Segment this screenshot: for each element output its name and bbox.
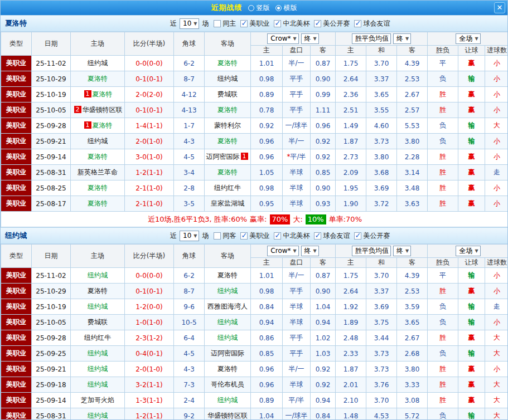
filter-checkbox-美公开赛[interactable]: 美公开赛 <box>354 231 390 241</box>
handicap-line: 半球 <box>283 377 311 393</box>
bookmaker-select[interactable]: Crow*▼ <box>267 246 298 256</box>
away-team-name[interactable]: 蒙特利尔 <box>214 121 241 129</box>
away-team-name[interactable]: 纽约红牛 <box>214 184 241 192</box>
close-button[interactable]: ✕ <box>494 2 505 13</box>
avg-away: 3.14 <box>397 165 428 180</box>
away-team-cell: 纽约城 <box>205 284 251 299</box>
checkbox-checked-icon[interactable] <box>240 232 248 240</box>
away-team-name[interactable]: 费城联 <box>217 90 238 98</box>
home-team-name[interactable]: 纽约城 <box>88 365 108 373</box>
avg-stage-select[interactable]: 终▼ <box>393 246 411 256</box>
away-team-name[interactable]: 纽约城 <box>217 75 238 82</box>
home-team-name[interactable]: 纽约红牛 <box>84 334 111 341</box>
checkbox-checked-icon[interactable] <box>314 20 321 27</box>
corners: 4-12 <box>174 87 205 102</box>
away-team-name[interactable]: 哥伦布机员 <box>211 380 244 388</box>
home-team-name[interactable]: 芝加哥火焰 <box>81 396 114 404</box>
away-team-name[interactable]: 华盛顿特区联 <box>207 412 248 419</box>
away-team-name[interactable]: 夏洛特 <box>217 168 238 176</box>
filter-checkbox-同客[interactable]: 同客 <box>214 231 236 241</box>
away-team-name[interactable]: 纽约城 <box>217 334 238 341</box>
checkbox-checked-icon[interactable] <box>274 232 281 240</box>
away-team-name[interactable]: 纽约城 <box>217 396 238 404</box>
result-handicap: 赢 <box>458 362 485 377</box>
layout-option-horizontal[interactable]: 横版 <box>275 3 297 13</box>
handicap-line: 半球 <box>283 196 311 212</box>
home-team-name[interactable]: 纽约城 <box>88 59 108 67</box>
handicap-line: 半球 <box>283 315 311 330</box>
filter-checkbox-球会友谊[interactable]: 球会友谊 <box>314 231 350 241</box>
odds-stage-select[interactable]: 终▼ <box>301 246 319 256</box>
result-goals: 小 <box>485 87 508 102</box>
home-team-name[interactable]: 夏洛特 <box>93 90 113 98</box>
home-team-name[interactable]: 费城联 <box>88 318 108 326</box>
checkbox-checked-icon[interactable] <box>240 20 248 27</box>
away-team-name[interactable]: 皇家盐湖城 <box>211 199 244 207</box>
home-team-name[interactable]: 新英格兰革命 <box>78 168 118 176</box>
avg-odds-select[interactable]: 胜平负均值 <box>352 33 391 44</box>
home-team-name[interactable]: 夏洛特 <box>93 121 113 129</box>
league-type: 美职业 <box>1 284 32 299</box>
away-team-name[interactable]: 西雅图海湾人 <box>207 302 248 310</box>
score-halftime: 1-4(1-1) <box>125 118 174 134</box>
scope-select[interactable]: 全场▼ <box>456 33 480 44</box>
away-team-name[interactable]: 夏洛特 <box>217 106 238 114</box>
filter-checkbox-球会友谊[interactable]: 球会友谊 <box>354 19 390 28</box>
home-team-name[interactable]: 夏洛特 <box>88 75 108 82</box>
filter-checkbox-中北美杯[interactable]: 中北美杯 <box>274 231 309 241</box>
home-team-cell: 纽约城 <box>71 377 125 393</box>
away-team-name[interactable]: 迈阿密国际 <box>211 349 244 357</box>
home-team-name[interactable]: 纽约城 <box>88 302 108 310</box>
radio-icon[interactable] <box>248 5 254 11</box>
home-team-name[interactable]: 纽约城 <box>88 271 108 279</box>
filter-checkbox-美公开赛[interactable]: 美公开赛 <box>314 19 350 28</box>
filter-checkbox-美职业[interactable]: 美职业 <box>240 19 269 28</box>
away-team-cell: 皇家盐湖城 <box>205 196 251 212</box>
away-team-name[interactable]: 夏洛特 <box>217 365 238 373</box>
checkbox-icon[interactable] <box>214 20 221 27</box>
avg-home: 2.01 <box>336 377 366 393</box>
checkbox-icon[interactable] <box>214 232 221 240</box>
odds-home: 0.96 <box>251 134 283 149</box>
filter-checkbox-美职业[interactable]: 美职业 <box>240 231 269 241</box>
checkbox-checked-icon[interactable] <box>274 20 281 27</box>
away-team-name[interactable]: 迈阿密国际 <box>206 153 240 160</box>
filter-checkbox-同主[interactable]: 同主 <box>214 19 236 28</box>
avg-away: 3.63 <box>397 196 428 212</box>
away-team-cell: 纽约城 <box>205 315 251 330</box>
checkbox-checked-icon[interactable] <box>354 20 361 27</box>
match-count-select[interactable]: 10▼ <box>180 18 199 29</box>
odds-stage-select[interactable]: 终▼ <box>301 33 319 44</box>
home-team-name[interactable]: 纽约城 <box>88 349 108 357</box>
away-team-name[interactable]: 夏洛特 <box>217 271 238 279</box>
corners: 4-5 <box>174 346 205 362</box>
home-team-name[interactable]: 纽约城 <box>88 137 108 145</box>
checkbox-checked-icon[interactable] <box>314 232 321 240</box>
away-team-name[interactable]: 夏洛特 <box>217 137 238 145</box>
home-team-name[interactable]: 夏洛特 <box>88 184 108 192</box>
home-team-name[interactable]: 华盛顿特区联 <box>83 106 123 114</box>
filter-checkbox-中北美杯[interactable]: 中北美杯 <box>274 19 309 28</box>
match-date: 25-09-14 <box>32 149 71 165</box>
avg-stage-select[interactable]: 终▼ <box>393 33 411 44</box>
bookmaker-select[interactable]: Crow*▼ <box>267 33 298 44</box>
handicap-text: 平/半 <box>290 153 306 160</box>
home-team-name[interactable]: 纽约城 <box>88 412 108 419</box>
home-team-name[interactable]: 纽约城 <box>88 380 108 388</box>
match-row: 美职业25-10-191夏洛特2-0(2-0)4-12费城联0.89平手0.99… <box>1 87 508 102</box>
home-team-name[interactable]: 夏洛特 <box>88 287 108 295</box>
checkbox-checked-icon[interactable] <box>354 232 361 240</box>
home-team-name[interactable]: 夏洛特 <box>88 199 108 207</box>
home-team-name[interactable]: 夏洛特 <box>88 153 108 160</box>
away-team-name[interactable]: 纽约城 <box>217 287 238 295</box>
scope-select[interactable]: 全场▼ <box>456 246 480 256</box>
layout-option-vertical[interactable]: 竖版 <box>248 3 270 13</box>
avg-away: 3.33 <box>397 377 428 393</box>
odds-away: 0.93 <box>311 196 336 212</box>
away-team-name[interactable]: 纽约城 <box>217 318 238 326</box>
handicap-line: 一/球半 <box>283 408 311 420</box>
away-team-name[interactable]: 夏洛特 <box>217 59 238 67</box>
avg-odds-select[interactable]: 胜平负均值 <box>352 246 391 256</box>
match-count-select[interactable]: 10▼ <box>180 231 199 241</box>
radio-selected-icon[interactable] <box>275 5 282 11</box>
